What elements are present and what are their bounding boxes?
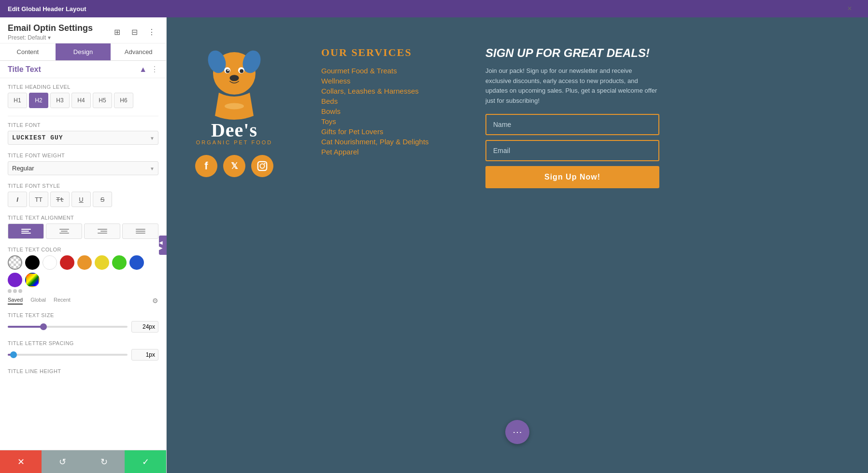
align-left-button[interactable] <box>8 223 44 239</box>
instagram-button[interactable] <box>251 155 273 177</box>
font-weight-group: Title Font Weight Regular <box>8 153 158 175</box>
tt2-button[interactable]: Tt <box>50 192 70 207</box>
newsletter-section: SIGN UP FOR GREAT DEALS! Join our pack! … <box>485 46 659 188</box>
color-orange[interactable] <box>77 255 92 270</box>
size-slider-thumb[interactable] <box>40 323 47 330</box>
tab-design[interactable]: Design <box>56 43 111 60</box>
top-bar-icons: × <box>839 2 860 15</box>
size-slider-fill <box>8 326 43 328</box>
redo-button[interactable]: ↻ <box>83 450 125 473</box>
social-icons: f 𝕏 <box>195 155 273 177</box>
strikethrough-button[interactable]: S <box>93 192 112 207</box>
panel-title: Email Optin Settings <box>8 23 93 33</box>
undo-button[interactable]: ↺ <box>42 450 83 473</box>
color-tab-saved[interactable]: Saved <box>8 297 23 305</box>
svg-point-12 <box>264 163 266 165</box>
font-weight-label: Title Font Weight <box>8 153 158 158</box>
bottom-bar: ✕ ↺ ↻ ✓ <box>0 450 166 473</box>
panel-preset[interactable]: Preset: Default ▾ <box>8 34 93 41</box>
tab-advanced[interactable]: Advanced <box>111 43 166 60</box>
h6-button[interactable]: H6 <box>114 93 133 108</box>
font-select[interactable]: LUCKIEST GUY <box>8 131 158 145</box>
h2-button[interactable]: H2 <box>29 93 48 108</box>
panel-icon-settings[interactable]: ⊞ <box>110 26 124 39</box>
service-item-5[interactable]: Bowls <box>321 107 447 115</box>
facebook-button[interactable]: f <box>195 155 217 177</box>
spacing-slider-thumb[interactable] <box>10 351 17 358</box>
size-input[interactable]: 24px <box>131 321 158 333</box>
panel-header: Email Optin Settings Preset: Default ▾ ⊞… <box>0 17 166 43</box>
service-item-7[interactable]: Gifts for Pet Lovers <box>321 127 447 136</box>
size-slider-group: 24px <box>8 321 158 333</box>
font-weight-select[interactable]: Regular <box>8 161 158 175</box>
svg-point-9 <box>225 103 244 110</box>
font-group: Title Font LUCKIEST GUY <box>8 122 158 145</box>
name-input[interactable] <box>485 114 659 135</box>
color-blue[interactable] <box>129 255 144 270</box>
tt-button[interactable]: TT <box>29 192 48 207</box>
h4-button[interactable]: H4 <box>71 93 91 108</box>
service-item-8[interactable]: Cat Nourishment, Play & Delights <box>321 138 447 146</box>
color-dot-2 <box>13 289 17 293</box>
h3-button[interactable]: H3 <box>50 93 70 108</box>
color-white[interactable] <box>43 255 57 270</box>
email-input[interactable] <box>485 140 659 161</box>
align-center-button[interactable] <box>46 223 82 239</box>
tab-content[interactable]: Content <box>0 43 56 60</box>
color-tab-global[interactable]: Global <box>30 297 46 305</box>
main-layout: Email Optin Settings Preset: Default ▾ ⊞… <box>0 17 868 473</box>
panel-icon-more[interactable]: ⋮ <box>145 26 158 39</box>
color-settings-icon[interactable]: ⚙ <box>152 297 158 305</box>
color-dot-1 <box>8 289 12 293</box>
font-label: Title Font <box>8 122 158 128</box>
newsletter-description: Join our pack! Sign up for our newslette… <box>485 66 659 106</box>
service-item-3[interactable]: Collars, Leashes & Harnesses <box>321 87 447 95</box>
save-button[interactable]: ✓ <box>125 450 166 473</box>
color-transparent[interactable] <box>8 255 22 270</box>
color-green[interactable] <box>112 255 127 270</box>
color-gradient[interactable] <box>25 273 40 287</box>
service-item-9[interactable]: Pet Apparel <box>321 148 447 156</box>
size-slider-track[interactable] <box>8 326 128 328</box>
service-item-6[interactable]: Toys <box>321 117 447 125</box>
align-justify-button[interactable] <box>122 223 158 239</box>
spacing-input[interactable]: 1px <box>131 349 158 361</box>
svg-rect-10 <box>258 162 267 170</box>
h1-button[interactable]: H1 <box>8 93 27 108</box>
section-title: Title Text <box>8 65 41 74</box>
color-swatches <box>8 255 158 287</box>
color-tab-recent[interactable]: Recent <box>54 297 71 305</box>
panel-toggle[interactable]: ◀ ▶ <box>159 236 167 255</box>
italic-button[interactable]: I <box>8 192 27 207</box>
close-button[interactable]: × <box>843 2 856 15</box>
color-red[interactable] <box>60 255 74 270</box>
align-right-button[interactable] <box>84 223 120 239</box>
color-purple[interactable] <box>8 273 22 287</box>
twitter-button[interactable]: 𝕏 <box>223 155 245 177</box>
signup-button[interactable]: Sign Up Now! <box>485 166 659 188</box>
panel-icon-columns[interactable]: ⊟ <box>128 26 141 39</box>
service-item-1[interactable]: Gourmet Food & Treats <box>321 67 447 75</box>
brand-subtitle: ORGANIC PET FOOD <box>196 139 272 145</box>
underline-button[interactable]: U <box>71 192 91 207</box>
logo-container: Dee's ORGANIC PET FOOD <box>196 46 273 145</box>
color-dots <box>8 289 158 293</box>
heading-level-group: Title Heading Level H1 H2 H3 H4 H5 H6 <box>8 84 158 108</box>
h5-button[interactable]: H5 <box>93 93 112 108</box>
collapse-icon[interactable]: ▲ <box>139 65 147 74</box>
svg-point-7 <box>228 70 229 71</box>
font-weight-select-wrapper: Regular <box>8 161 158 175</box>
section-more-icon[interactable]: ⋮ <box>151 65 158 74</box>
services-list: Gourmet Food & Treats Wellness Collars, … <box>321 67 447 156</box>
spacing-slider-group: 1px <box>8 349 158 361</box>
align-buttons <box>8 223 158 239</box>
spacing-slider-track[interactable] <box>8 354 128 356</box>
cancel-button[interactable]: ✕ <box>0 450 42 473</box>
service-item-4[interactable]: Beds <box>321 97 447 105</box>
color-yellow[interactable] <box>95 255 109 270</box>
floating-menu-button[interactable]: ⋯ <box>505 420 529 444</box>
service-item-2[interactable]: Wellness <box>321 77 447 85</box>
font-style-label: Title Font Style <box>8 183 158 189</box>
color-black[interactable] <box>25 255 40 270</box>
size-label: Title Text Size <box>8 312 158 318</box>
